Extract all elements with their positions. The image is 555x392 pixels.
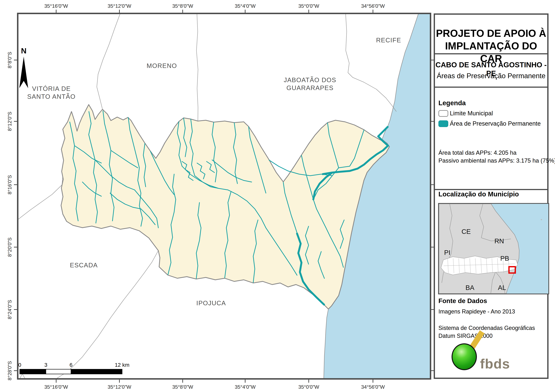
axis-label-longitude: 35°4'0"W — [235, 384, 256, 390]
project-title: PROJETO DE APOIO À IMPLANTAÇÃO DO CAR — [435, 27, 547, 65]
place-label: IPOJUCA — [196, 299, 226, 306]
axis-label-latitude: 8°24'0"S — [7, 300, 13, 319]
north-label: N — [21, 47, 27, 55]
scalebar-label: 6 — [70, 362, 73, 368]
data-source-imagery: Imagens Rapideye - Ano 2013 — [438, 308, 515, 315]
municipal-boundary — [197, 14, 198, 121]
axis-label-longitude: 35°16'0"W — [44, 3, 68, 9]
scalebar-label: 12 km — [115, 362, 130, 368]
axis-label-longitude: 35°8'0"W — [172, 3, 193, 9]
legend-label: Limite Municipal — [450, 110, 493, 117]
data-source-crs: Sistema de Coordenadas Geográficas — [438, 325, 535, 331]
data-source-title: Fonte de Dados — [438, 297, 487, 305]
localization-inset-map: CERNPIPBBAAL — [438, 203, 549, 294]
inset-map-svg: CERNPIPBBAAL — [439, 204, 548, 293]
stat-passivo-ambiental: Passivo ambiental nas APPs: 3.175 ha (75… — [438, 157, 555, 164]
axis-label-latitude: 8°8'0"S — [7, 52, 13, 68]
inset-island — [541, 219, 542, 220]
legend-title: Legenda — [438, 99, 466, 107]
place-label: JABOATÃO DOSGUARARAPES — [284, 77, 336, 91]
scalebar-segment — [71, 369, 122, 374]
panel-divider — [435, 189, 547, 190]
inset-land — [439, 204, 519, 293]
legend-item-limite-municipal: Limite Municipal — [438, 110, 493, 117]
axis-label-longitude: 35°8'0"W — [172, 384, 193, 390]
inset-state-label: RN — [494, 237, 504, 245]
legend-label: Área de Preservação Permanente — [450, 120, 541, 127]
axis-label-longitude: 35°12'0"W — [108, 384, 131, 390]
map-theme-subtitle: Áreas de Preservação Permanente — [435, 72, 547, 80]
north-arrow-icon — [19, 57, 28, 88]
scalebar-label: 0 — [18, 362, 21, 368]
scalebar-segment — [20, 369, 46, 374]
cabo-municipality-polygon — [61, 105, 389, 309]
scalebar-label: 3 — [44, 362, 47, 368]
fbds-logo-text: fbds — [480, 356, 510, 372]
municipal-boundary — [346, 14, 396, 112]
axis-label-longitude: 35°4'0"W — [235, 3, 256, 9]
axis-label-longitude: 34°56'0"W — [361, 384, 385, 390]
localization-title: Localização do Município — [438, 190, 519, 198]
axis-label-latitude: 8°16'0"S — [7, 175, 13, 194]
municipal-boundary — [97, 14, 120, 109]
stat-total-apps: Área total das APPs: 4.205 ha — [438, 150, 517, 156]
axis-label-latitude: 8°20'0"S — [7, 237, 13, 257]
axis-label-longitude: 35°12'0"W — [108, 3, 131, 9]
place-label: RECIFE — [376, 37, 401, 44]
place-label: VITÓRIA DESANTO ANTÃO — [27, 85, 76, 100]
municipal-boundary — [18, 177, 63, 219]
axis-label-longitude: 34°56'0"W — [361, 3, 385, 9]
place-label: MORENO — [147, 62, 177, 69]
page: { "panel": { "title_line1": "PROJETO DE … — [0, 0, 555, 392]
fbds-logo-sphere-icon — [452, 343, 477, 370]
fbds-logo: fbds — [452, 331, 534, 377]
municipal-boundary — [20, 374, 25, 378]
municipal-boundary — [57, 251, 158, 378]
axis-label-longitude: 35°16'0"W — [44, 384, 68, 390]
legend-swatch-limite-municipal — [438, 110, 448, 117]
legend-item-app: Área de Preservação Permanente — [438, 120, 541, 127]
place-label: ESCADA — [70, 262, 98, 269]
axis-label-latitude: 8°28'0"S — [7, 361, 13, 380]
inset-state-label: BA — [466, 284, 474, 291]
axis-label-latitude: 8°12'0"S — [7, 112, 13, 131]
axis-label-longitude: 35°0'0"W — [298, 384, 319, 390]
axis-label-longitude: 35°0'0"W — [298, 3, 319, 9]
inset-state-label: PB — [500, 255, 509, 262]
inset-state-label: CE — [461, 228, 471, 235]
legend-swatch-app — [438, 120, 448, 127]
scalebar-segment — [46, 369, 71, 374]
inset-state-label: AL — [498, 284, 506, 291]
project-title-line1: PROJETO DE APOIO À — [435, 27, 547, 40]
panel-divider — [435, 86, 547, 88]
inset-state-label: PI — [444, 249, 450, 256]
info-panel: PROJETO DE APOIO À IMPLANTAÇÃO DO CAR CA… — [434, 14, 548, 379]
